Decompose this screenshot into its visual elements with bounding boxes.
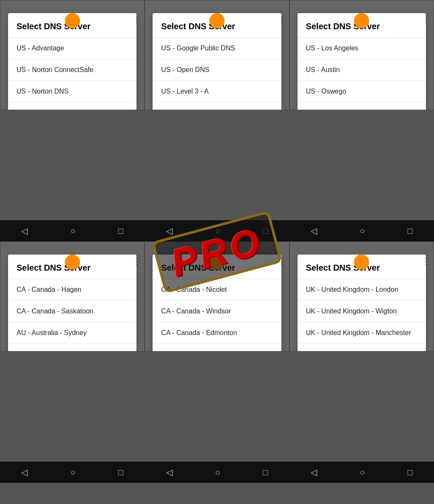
nav-bar-row3: ◁ ○ □ — [289, 220, 434, 241]
back-icon-1[interactable]: ◁ — [21, 226, 28, 236]
overflow-menu-icon[interactable]: ⋮ — [277, 15, 286, 24]
recent-icon-b1[interactable]: □ — [118, 468, 123, 477]
status-dot — [354, 255, 369, 270]
dns-server-list: US - Google Public DNSUS - Open DNSUS - … — [153, 38, 281, 110]
phone-panel-6: ⋮Select DNS ServerUK - United Kingdom - … — [289, 241, 434, 352]
overflow-menu-icon[interactable]: ⋮ — [422, 257, 430, 265]
dns-server-list: UK - United Kingdom - LondonUK - United … — [298, 279, 426, 352]
phone-panel-5: ⋮Select DNS ServerCA - Canada - NicoletC… — [145, 241, 289, 352]
overflow-menu-icon[interactable]: ⋮ — [132, 257, 141, 265]
phone-panel-3: ⋮Select DNS ServerUS - Los AngelesUS - A… — [289, 0, 434, 110]
list-item[interactable]: US - Advantage — [8, 38, 136, 59]
list-item[interactable]: US - Los Angeles — [298, 38, 426, 59]
list-item[interactable]: US - Huntsville — [298, 102, 426, 110]
list-item[interactable]: US - Austin — [298, 59, 426, 81]
list-item[interactable]: CA - Canada - Hagen — [8, 279, 136, 301]
back-icon-b3[interactable]: ◁ — [311, 467, 317, 477]
list-item[interactable]: US - Open DNS — [153, 59, 281, 81]
nav-bar-row2: ◁ ○ □ — [145, 220, 289, 241]
phone-panel-2: ⋮Select DNS ServerUS - Google Public DNS… — [145, 0, 289, 110]
status-dot — [65, 255, 80, 270]
home-icon-2[interactable]: ○ — [215, 226, 220, 236]
recent-icon-b3[interactable]: □ — [408, 468, 413, 477]
list-item[interactable]: US - Norton ConnectSafe — [8, 59, 136, 81]
status-dot — [209, 13, 225, 28]
list-item[interactable]: US - Norton DNS — [8, 81, 136, 102]
home-icon-3[interactable]: ○ — [360, 226, 365, 236]
home-icon-b1[interactable]: ○ — [70, 468, 75, 477]
list-item[interactable]: US - Oswego — [298, 81, 426, 102]
dns-server-list: CA - Canada - NicoletCA - Canada - Winds… — [153, 279, 281, 352]
back-icon-3[interactable]: ◁ — [311, 226, 317, 236]
status-dot — [354, 13, 369, 28]
status-dot — [209, 255, 225, 270]
list-item[interactable]: CA - Canada - Saskatoon — [8, 301, 136, 322]
back-icon-b2[interactable]: ◁ — [166, 467, 172, 477]
nav-bar-row1: ◁ ○ □ — [0, 220, 145, 241]
home-icon-b2[interactable]: ○ — [215, 468, 220, 477]
list-item[interactable]: UK - United Kingdom - Wigton — [298, 301, 426, 322]
nav-bar-bottom1: ◁ ○ □ — [0, 462, 145, 483]
back-icon-b1[interactable]: ◁ — [21, 467, 28, 477]
dns-server-list: CA - Canada - HagenCA - Canada - Saskato… — [8, 279, 136, 352]
overflow-menu-icon[interactable]: ⋮ — [132, 15, 141, 24]
home-icon-b3[interactable]: ○ — [360, 468, 365, 477]
list-item[interactable]: CA - Canada - Winnipeg — [153, 344, 281, 352]
home-icon-1[interactable]: ○ — [70, 226, 75, 236]
list-item[interactable]: UK - United Kingdom - Manchester — [298, 322, 426, 344]
dns-server-list: US - Los AngelesUS - AustinUS - OswegoUS… — [298, 38, 426, 110]
overflow-menu-icon[interactable]: ⋮ — [422, 15, 430, 24]
list-item[interactable]: US - Level 3 - A — [153, 81, 281, 102]
status-dot — [65, 13, 80, 28]
list-item[interactable]: CA - Canada - Edmonton — [153, 322, 281, 344]
list-item[interactable]: CA - Canada - Nicolet — [153, 279, 281, 301]
nav-bar-bottom2: ◁ ○ □ — [145, 462, 289, 483]
back-icon-2[interactable]: ◁ — [166, 226, 172, 236]
list-item[interactable]: US - Google Public DNS — [153, 38, 281, 59]
phone-panel-4: ⋮Select DNS ServerCA - Canada - HagenCA … — [0, 241, 145, 352]
recent-icon-3[interactable]: □ — [408, 226, 413, 236]
list-item[interactable]: AU - Australia - Melbourne — [8, 344, 136, 352]
recent-icon-2[interactable]: □ — [263, 226, 268, 236]
nav-bar-bottom3: ◁ ○ □ — [289, 462, 434, 483]
list-item[interactable]: UK - United Kingdom - Birmingham — [298, 344, 426, 352]
list-item[interactable]: US - SmartViper — [8, 102, 136, 110]
recent-icon-1[interactable]: □ — [118, 226, 123, 236]
phone-panel-1: ⋮Select DNS ServerUS - AdvantageUS - Nor… — [0, 0, 145, 110]
overflow-menu-icon[interactable]: ⋮ — [277, 257, 286, 265]
recent-icon-b2[interactable]: □ — [263, 468, 268, 477]
list-item[interactable]: US - Level 3 - B — [153, 102, 281, 110]
list-item[interactable]: AU - Australia - Sydney — [8, 322, 136, 344]
list-item[interactable]: UK - United Kingdom - London — [298, 279, 426, 301]
dns-server-list: US - AdvantageUS - Norton ConnectSafeUS … — [8, 38, 136, 110]
list-item[interactable]: CA - Canada - Windsor — [153, 301, 281, 322]
